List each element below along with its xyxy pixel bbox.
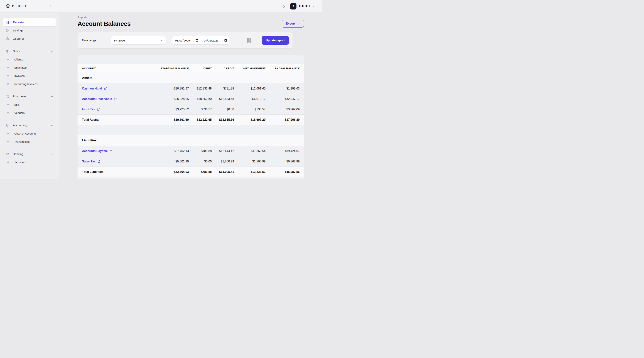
table-row: Accounts Payable$27,762.13$781.88$12,444…: [78, 146, 304, 156]
sidebar-item-chart-of-accounts[interactable]: Chart of Accounts: [3, 129, 56, 138]
table-row: Accounts Receivable$26,928.05$18,852.60$…: [78, 94, 304, 104]
amount-cell: $1,560.99: [234, 160, 266, 163]
chevron-up-icon[interactable]: [50, 95, 54, 98]
bullet-dot-icon: [7, 141, 9, 142]
sidebar-group-banking: BankingAccounts: [3, 150, 56, 166]
account-name: Sales Tax: [82, 160, 96, 163]
total-amount-cell: $19,301.60: [159, 118, 189, 122]
amount-cell: $5,001.90: [159, 160, 189, 163]
total-amount-cell: $32,222.65: [189, 118, 212, 122]
sidebar-collapse-button[interactable]: [49, 4, 52, 8]
account-link-input-tax[interactable]: Input Tax: [82, 108, 100, 111]
account-name: Cash on Hand: [82, 87, 102, 90]
notifications-bell-icon[interactable]: [282, 4, 286, 8]
total-row: Total Assets$19,301.60$32,222.65$13,615.…: [78, 114, 304, 125]
total-amount-cell: $37,908.89: [266, 118, 300, 122]
account-balances-table: ACCOUNTSTARTING BALANCEDEBITCREDITNET MO…: [78, 55, 304, 179]
sidebar-item-label: Reports: [13, 21, 24, 24]
amount-cell: $1,560.99: [212, 160, 234, 163]
sidebar-subitem-label: Clients: [14, 58, 23, 61]
date-range-select-wrap: FY-2026: [111, 36, 166, 45]
date-range-select[interactable]: FY-2026: [111, 36, 166, 45]
table-row: Sales Tax$5,001.90$0.00$1,560.99$1,560.9…: [78, 156, 304, 167]
end-date-input[interactable]: [201, 36, 229, 44]
amount-cell: $39,424.67: [266, 149, 300, 153]
chevron-up-icon[interactable]: [50, 50, 54, 53]
sidebar-group-header-accounting[interactable]: Accounting: [3, 121, 56, 129]
sidebar-sublist: Chart of AccountsTransactions: [3, 129, 56, 146]
sidebar-subitem-label: Invoices: [14, 74, 24, 77]
amount-cell: $536.57: [234, 108, 266, 111]
sidebar-item-bills[interactable]: Bills: [3, 100, 56, 109]
sidebar-subitem-label: Chart of Accounts: [14, 132, 36, 135]
account-link-accounts-payable[interactable]: Accounts Payable: [82, 149, 112, 153]
account-link-cash-on-hand[interactable]: Cash on Hand: [82, 87, 107, 90]
column-header: ACCOUNT: [82, 67, 159, 70]
column-header: CREDIT: [212, 67, 234, 70]
amount-cell: $12,833.48: [212, 97, 234, 101]
ledger-icon: [6, 123, 10, 127]
grid-icon: [6, 29, 10, 32]
breadcrumb[interactable]: Reports: [78, 16, 304, 19]
user-name: OTUTU: [299, 4, 310, 8]
sidebar-item-estimates[interactable]: Estimates: [3, 63, 56, 72]
sidebar-item-invoices[interactable]: Invoices: [3, 72, 56, 80]
table-row: Input Tax$3,225.52$536.57$0.00$536.57$3,…: [78, 104, 304, 114]
amount-cell: $12,444.42: [212, 149, 234, 153]
chevron-up-icon[interactable]: [50, 124, 54, 127]
section-spacer: [78, 177, 304, 179]
start-date-input[interactable]: [172, 36, 201, 44]
sidebar-subitem-label: Recurring Invoices: [14, 82, 38, 86]
brand-name: OTUTU: [12, 4, 27, 8]
chevron-up-icon[interactable]: [50, 153, 54, 156]
sidebar-group-label: Purchases: [13, 95, 26, 98]
amount-cell: $12,051.60: [234, 87, 266, 90]
amount-cell: $781.88: [212, 87, 234, 90]
sidebar-item-recurring-invoices[interactable]: Recurring Invoices: [3, 80, 56, 88]
sidebar-group-header-sales[interactable]: Sales: [3, 47, 56, 55]
table-card-top-strip: [78, 55, 304, 64]
total-label: Total Assets: [82, 118, 159, 122]
sidebar-item-clients[interactable]: Clients: [3, 55, 56, 63]
amount-cell: -$10,851.97: [159, 87, 189, 90]
external-link-icon: [98, 160, 100, 163]
sidebar-item-label: Offerings: [13, 37, 24, 40]
account-link-sales-tax[interactable]: Sales Tax: [82, 160, 100, 163]
sidebar-group-purchases: PurchasesBillsVendors: [3, 92, 56, 117]
sidebar-group-header-purchases[interactable]: Purchases: [3, 92, 56, 100]
table-row: Cash on Hand-$10,851.97$12,833.48$781.88…: [78, 83, 304, 94]
columns-icon[interactable]: [247, 38, 251, 43]
column-header: DEBIT: [189, 67, 212, 70]
total-amount-cell: $14,005.41: [212, 170, 234, 174]
amount-cell: $536.57: [189, 108, 212, 111]
cart-icon: [6, 95, 10, 98]
user-menu-chevron-down-icon[interactable]: [312, 5, 315, 8]
bullet-dot-icon: [7, 112, 9, 114]
amount-cell: $11,662.54: [234, 149, 266, 153]
amount-cell: $3,762.09: [266, 108, 300, 111]
external-link-icon: [110, 150, 112, 153]
sidebar-group-sales: SalesClientsEstimatesInvoicesRecurring I…: [3, 47, 56, 88]
total-amount-cell: $18,607.29: [234, 118, 266, 122]
account-link-accounts-receivable[interactable]: Accounts Receivable: [82, 97, 117, 101]
update-report-button[interactable]: Update report: [262, 36, 289, 45]
bullet-dot-icon: [7, 83, 9, 85]
sidebar-item-transactions[interactable]: Transactions: [3, 138, 56, 146]
sidebar-item-reports[interactable]: Reports: [3, 18, 56, 26]
sidebar-item-vendors[interactable]: Vendors: [3, 109, 56, 117]
export-button[interactable]: Export: [282, 20, 304, 27]
sidebar-item-accounts[interactable]: Accounts: [3, 158, 56, 166]
bullet-dot-icon: [7, 104, 9, 105]
user-avatar[interactable]: A: [290, 3, 296, 9]
amount-cell: $3,225.52: [159, 108, 189, 111]
sidebar-item-offerings[interactable]: Offerings: [3, 35, 56, 43]
total-label: Total Liabilities: [82, 170, 159, 174]
sidebar-group-header-banking[interactable]: Banking: [3, 150, 56, 158]
main-content: Reports Account Balances Export Date ran…: [59, 13, 322, 179]
sidebar-subitem-label: Vendors: [14, 111, 24, 114]
bullet-dot-icon: [7, 75, 9, 76]
amount-cell: $0.00: [212, 108, 234, 111]
sidebar-item-settings[interactable]: Settings: [3, 26, 56, 35]
layers-icon: [6, 37, 10, 40]
column-header: ENDING BALANCE: [266, 67, 300, 70]
